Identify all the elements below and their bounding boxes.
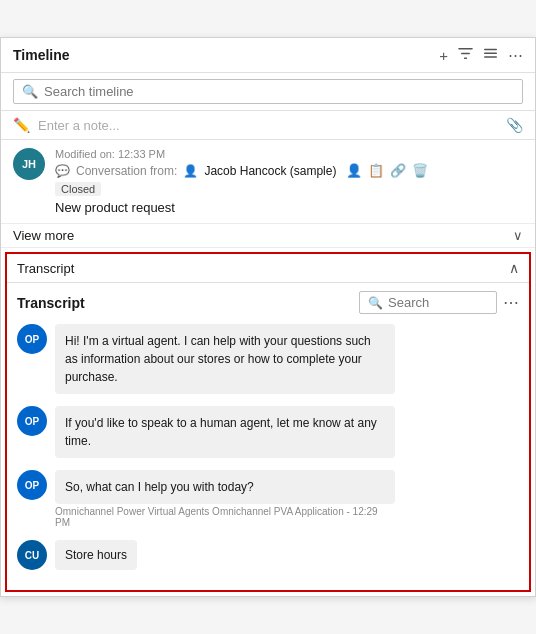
copy-icon[interactable]: 📋 (368, 163, 384, 178)
status-badge: Closed (55, 182, 101, 196)
chat-icon: 💬 (55, 164, 70, 178)
transcript-inner: Transcript 🔍 ⋯ OP Hi! I'm a virtual agen… (7, 283, 529, 590)
collapse-icon[interactable]: ∧ (509, 260, 519, 276)
transcript-section-label: Transcript (17, 261, 74, 276)
op-avatar-3: OP (17, 470, 47, 500)
avatar: JH (13, 148, 45, 180)
transcript-more-icon[interactable]: ⋯ (503, 293, 519, 312)
modified-time: Modified on: 12:33 PM (55, 148, 523, 160)
transcript-search-area: 🔍 ⋯ (359, 291, 519, 314)
view-more-row: View more ∨ (1, 224, 535, 248)
timeline-header: Timeline + ⋯ (1, 38, 535, 73)
note-placeholder[interactable]: Enter a note... (38, 118, 506, 133)
timeline-title: Timeline (13, 47, 70, 63)
main-window: Timeline + ⋯ 🔍 ✏️ (0, 37, 536, 597)
conv-icons: 👤 📋 🔗 🗑️ (346, 163, 428, 178)
transcript-section: Transcript ∧ Transcript 🔍 ⋯ OP Hi! I'm a… (5, 252, 531, 592)
transcript-search-icon: 🔍 (368, 296, 383, 310)
assign-icon[interactable]: 👤 (346, 163, 362, 178)
chat-message-2: OP If you'd like to speak to a human age… (17, 406, 519, 458)
timeline-item: JH Modified on: 12:33 PM 💬 Conversation … (1, 140, 535, 224)
user-icon: 👤 (183, 164, 198, 178)
op-avatar-2: OP (17, 406, 47, 436)
search-input[interactable] (44, 84, 514, 99)
filter-icon[interactable] (458, 46, 473, 64)
chat-bubble-wrapper-3: So, what can I help you with today? Omni… (55, 470, 395, 528)
view-more-label[interactable]: View more (13, 228, 74, 243)
pencil-icon: ✏️ (13, 117, 30, 133)
more-icon[interactable]: ⋯ (508, 46, 523, 64)
chat-message-3: OP So, what can I help you with today? O… (17, 470, 519, 528)
attach-icon[interactable]: 📎 (506, 117, 523, 133)
transcript-toolbar: Transcript 🔍 ⋯ (17, 291, 519, 314)
transcript-search-input[interactable] (388, 295, 488, 310)
search-icon: 🔍 (22, 84, 38, 99)
timeline-item-header: JH Modified on: 12:33 PM 💬 Conversation … (13, 148, 523, 219)
transcript-search-wrap: 🔍 (359, 291, 497, 314)
op-avatar-1: OP (17, 324, 47, 354)
chat-message-1: OP Hi! I'm a virtual agent. I can help w… (17, 324, 519, 394)
add-icon[interactable]: + (439, 47, 448, 64)
conversation-label: Conversation from: (76, 164, 177, 178)
chat-text-4: Store hours (55, 540, 137, 570)
svg-rect-2 (484, 56, 497, 57)
note-bar: ✏️ Enter a note... 📎 (1, 111, 535, 140)
chat-bubble-2: If you'd like to speak to a human agent,… (55, 406, 395, 458)
chat-text-2: If you'd like to speak to a human agent,… (55, 406, 395, 458)
link-icon[interactable]: 🔗 (390, 163, 406, 178)
search-bar: 🔍 (1, 73, 535, 111)
chat-meta-3: Omnichannel Power Virtual Agents Omnicha… (55, 506, 395, 528)
subject-text: New product request (55, 200, 523, 215)
delete-icon[interactable]: 🗑️ (412, 163, 428, 178)
timeline-content: Modified on: 12:33 PM 💬 Conversation fro… (55, 148, 523, 219)
chevron-down-icon[interactable]: ∨ (513, 228, 523, 243)
chat-text-3: So, what can I help you with today? (55, 470, 395, 504)
transcript-header: Transcript ∧ (7, 254, 529, 283)
list-icon[interactable] (483, 46, 498, 64)
chat-message-4: CU Store hours (17, 540, 519, 570)
transcript-title: Transcript (17, 295, 85, 311)
header-actions: + ⋯ (439, 46, 523, 64)
cu-avatar: CU (17, 540, 47, 570)
conversation-line: 💬 Conversation from: 👤 Jacob Hancock (sa… (55, 163, 523, 178)
user-name: Jacob Hancock (sample) (204, 164, 336, 178)
chat-bubble-1: Hi! I'm a virtual agent. I can help with… (55, 324, 395, 394)
svg-rect-1 (484, 53, 497, 54)
chat-text-1: Hi! I'm a virtual agent. I can help with… (55, 324, 395, 394)
search-wrap: 🔍 (13, 79, 523, 104)
svg-rect-0 (484, 49, 497, 50)
